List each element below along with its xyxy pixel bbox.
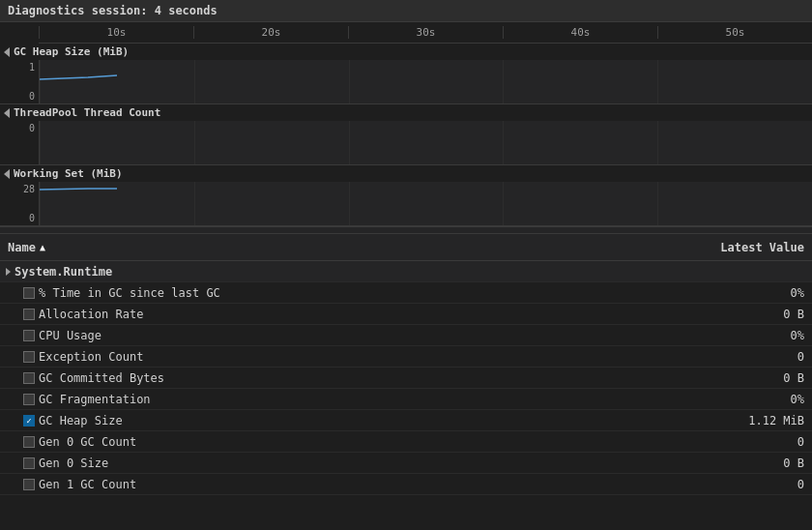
threadpool-yaxis: 0	[0, 121, 39, 164]
label-gen0-count: Gen 0 GC Count	[39, 435, 136, 449]
table-header-row: Name ▲ Latest Value	[0, 234, 812, 261]
row-name-gc-frag: GC Fragmentation	[0, 393, 715, 406]
header-title: Diagnostics session: 4 seconds	[8, 4, 218, 17]
threadpool-ymax: 0	[29, 123, 35, 133]
gc-heap-yaxis: 1 0	[0, 60, 39, 103]
threadpool-plot	[39, 121, 812, 164]
diagnostics-header: Diagnostics session: 4 seconds	[0, 0, 812, 22]
value-time-in-gc: 0%	[715, 286, 812, 300]
working-set-collapse-icon[interactable]	[4, 169, 10, 179]
gc-heap-ymax: 1	[29, 62, 35, 73]
name-column-label: Name	[8, 241, 36, 254]
row-gc-heap-size[interactable]: GC Heap Size 1.12 MiB	[0, 410, 812, 431]
label-gc-frag: GC Fragmentation	[39, 393, 151, 406]
value-exception-count: 0	[715, 350, 812, 364]
working-set-chart-section: Working Set (MiB) 28 0	[0, 165, 812, 226]
value-column-label: Latest Value	[720, 241, 804, 254]
checkbox-gc-frag[interactable]	[23, 394, 35, 405]
group-collapse-icon	[6, 268, 11, 276]
sort-icon: ▲	[40, 242, 45, 252]
gc-heap-plot	[39, 60, 812, 103]
threadpool-gridlines	[40, 121, 812, 164]
name-column-header[interactable]: Name ▲	[0, 241, 715, 254]
row-gc-frag[interactable]: GC Fragmentation 0%	[0, 389, 812, 410]
row-time-in-gc[interactable]: % Time in GC since last GC 0%	[0, 282, 812, 304]
time-axis: 10s 20s 30s 40s 50s	[39, 22, 812, 44]
threadpool-collapse-icon[interactable]	[4, 108, 10, 118]
gc-heap-label: GC Heap Size (MiB)	[0, 44, 812, 60]
row-name-gc-committed: GC Committed Bytes	[0, 371, 715, 385]
tick-30s: 30s	[348, 26, 503, 39]
gc-heap-collapse-icon[interactable]	[4, 47, 10, 57]
value-gc-frag: 0%	[715, 393, 812, 406]
gc-heap-ymin: 0	[29, 91, 35, 102]
metrics-table: Name ▲ Latest Value System.Runtime % Tim…	[0, 234, 812, 513]
working-set-ymax: 28	[23, 184, 35, 194]
group-system-runtime[interactable]: System.Runtime	[0, 261, 812, 282]
label-gen0-size: Gen 0 Size	[39, 456, 108, 470]
tick-50s: 50s	[657, 26, 812, 39]
working-set-svg	[40, 182, 812, 225]
label-gc-committed: GC Committed Bytes	[39, 371, 164, 385]
gc-heap-title: GC Heap Size (MiB)	[14, 45, 129, 58]
row-name-gen0-size: Gen 0 Size	[0, 456, 715, 470]
working-set-label: Working Set (MiB)	[0, 165, 812, 182]
row-gen1-count[interactable]: Gen 1 GC Count 0	[0, 474, 812, 495]
value-gen0-count: 0	[715, 435, 812, 449]
gridline-t4	[503, 121, 657, 164]
value-cpu-usage: 0%	[715, 329, 812, 342]
checkbox-exception-count[interactable]	[23, 351, 35, 363]
row-gen0-count[interactable]: Gen 0 GC Count 0	[0, 431, 812, 453]
working-set-yaxis: 28 0	[0, 182, 39, 225]
row-name-time-in-gc: % Time in GC since last GC	[0, 286, 715, 300]
gc-heap-body: 1 0	[0, 60, 812, 103]
threadpool-title: ThreadPool Thread Count	[14, 106, 160, 119]
row-name-gen1-count: Gen 1 GC Count	[0, 478, 715, 491]
gridline-t2	[194, 121, 349, 164]
value-alloc-rate: 0 B	[715, 308, 812, 321]
row-gc-committed[interactable]: GC Committed Bytes 0 B	[0, 368, 812, 389]
row-name-gc-heap-size: GC Heap Size	[0, 414, 715, 427]
threadpool-chart-section: ThreadPool Thread Count 0	[0, 104, 812, 165]
label-gen1-count: Gen 1 GC Count	[39, 478, 136, 491]
checkbox-gc-heap-size[interactable]	[23, 415, 35, 427]
row-exception-count[interactable]: Exception Count 0	[0, 346, 812, 368]
value-gc-heap-size: 1.12 MiB	[715, 414, 812, 427]
threadpool-body: 0	[0, 121, 812, 164]
tick-40s: 40s	[503, 26, 657, 39]
row-name-alloc-rate: Allocation Rate	[0, 308, 715, 321]
section-separator	[0, 226, 812, 234]
label-alloc-rate: Allocation Rate	[39, 308, 143, 321]
threadpool-label: ThreadPool Thread Count	[0, 104, 812, 121]
label-exception-count: Exception Count	[39, 350, 143, 364]
working-set-body: 28 0	[0, 182, 812, 225]
gridline-t3	[349, 121, 504, 164]
row-cpu-usage[interactable]: CPU Usage 0%	[0, 325, 812, 346]
checkbox-gen0-size[interactable]	[23, 457, 35, 469]
gc-heap-chart-section: GC Heap Size (MiB) 1 0	[0, 44, 812, 104]
row-name-cpu-usage: CPU Usage	[0, 329, 715, 342]
checkbox-time-in-gc[interactable]	[23, 287, 35, 299]
tick-20s: 20s	[193, 26, 348, 39]
checkbox-gen0-count[interactable]	[23, 436, 35, 448]
label-gc-heap-size: GC Heap Size	[39, 414, 123, 427]
gridline-t5	[657, 121, 812, 164]
value-gen1-count: 0	[715, 478, 812, 491]
checkbox-gen1-count[interactable]	[23, 479, 35, 490]
row-name-exception-count: Exception Count	[0, 350, 715, 364]
label-cpu-usage: CPU Usage	[39, 329, 102, 342]
gridline-t1	[40, 121, 194, 164]
checkbox-alloc-rate[interactable]	[23, 309, 35, 320]
label-time-in-gc: % Time in GC since last GC	[39, 286, 220, 300]
group-name-label: System.Runtime	[0, 265, 112, 279]
value-gen0-size: 0 B	[715, 456, 812, 470]
row-gen0-size[interactable]: Gen 0 Size 0 B	[0, 453, 812, 474]
value-column-header[interactable]: Latest Value	[715, 241, 812, 254]
working-set-ymin: 0	[29, 213, 35, 223]
tick-10s: 10s	[39, 26, 193, 39]
row-alloc-rate[interactable]: Allocation Rate 0 B	[0, 304, 812, 325]
checkbox-cpu-usage[interactable]	[23, 330, 35, 341]
checkbox-gc-committed[interactable]	[23, 372, 35, 384]
group-title: System.Runtime	[14, 265, 112, 279]
gc-heap-svg	[40, 60, 812, 103]
